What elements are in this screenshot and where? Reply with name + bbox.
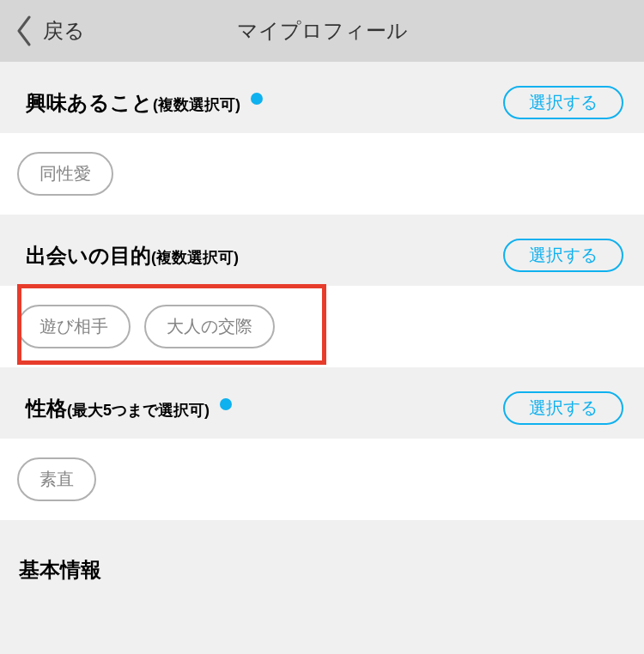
section-basic-info-title: 基本情報 [0,539,644,594]
back-label: 戻る [43,17,85,45]
section-personality-header: 性格 (最大5つまで選択可) 選択する [0,391,644,439]
interests-chip-panel: 同性愛 [0,133,644,215]
section-personality-title-wrap: 性格 (最大5つまで選択可) [26,395,232,422]
section-interests-title: 興味あること [26,89,153,117]
back-button[interactable]: 戻る [0,15,85,46]
section-personality-subtitle: (最大5つまで選択可) [67,400,210,421]
personality-chip-panel: 素直 [0,439,644,520]
section-interests: 興味あること (複数選択可) 選択する 同性愛 [0,86,644,215]
section-interests-subtitle: (複数選択可) [153,94,240,115]
section-purpose-subtitle: (複数選択可) [151,247,239,268]
chip-purpose[interactable]: 大人の交際 [144,305,275,348]
chip-personality[interactable]: 素直 [17,457,96,501]
section-interests-title-wrap: 興味あること (複数選択可) [26,89,263,117]
purpose-chip-panel: 遊び相手 大人の交際 [0,286,644,367]
section-purpose: 出会いの目的 (複数選択可) 選択する 遊び相手 大人の交際 [0,239,644,367]
page-title: マイプロフィール [237,17,408,45]
chevron-left-icon [15,15,33,46]
app-header: 戻る マイプロフィール [0,0,644,62]
status-dot-icon [251,93,263,105]
chip-purpose[interactable]: 遊び相手 [17,305,131,348]
select-interests-button[interactable]: 選択する [503,86,623,119]
section-purpose-title: 出会いの目的 [26,242,151,269]
select-personality-button[interactable]: 選択する [503,391,623,425]
status-dot-icon [220,398,232,410]
section-purpose-header: 出会いの目的 (複数選択可) 選択する [0,239,644,286]
select-purpose-button[interactable]: 選択する [503,239,623,272]
section-interests-header: 興味あること (複数選択可) 選択する [0,86,644,133]
chip-interest[interactable]: 同性愛 [17,152,113,196]
section-personality-title: 性格 [26,395,67,422]
section-personality: 性格 (最大5つまで選択可) 選択する 素直 [0,391,644,520]
section-purpose-title-wrap: 出会いの目的 (複数選択可) [26,242,239,269]
